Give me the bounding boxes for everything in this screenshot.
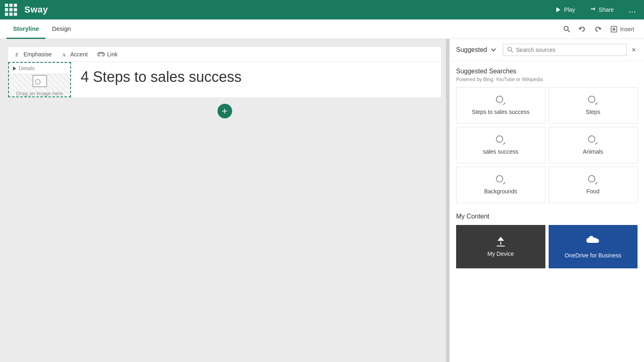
panel-content: Suggested Searches Powered by Bing, YouT… (450, 61, 644, 362)
panel-title: Suggested (456, 46, 487, 54)
suggestion-label-1: Steps (586, 109, 600, 115)
panel-chevron-icon[interactable] (491, 47, 496, 53)
main-layout: E Emphasise A Accent Link De (0, 39, 644, 362)
search-icon-backgrounds (496, 175, 506, 185)
suggestion-sales-success[interactable]: sales success (456, 127, 545, 163)
svg-text:E: E (15, 52, 19, 58)
suggested-title: Suggested Searches (456, 68, 638, 75)
search-icon-steps-to-sales (496, 96, 506, 105)
details-label: Details (19, 65, 35, 71)
image-placeholder-text: Drag an image here (16, 90, 63, 96)
add-button[interactable]: + (218, 104, 232, 118)
app-logo: Sway (21, 4, 51, 15)
accent-tool[interactable]: A Accent (61, 51, 88, 58)
image-icon (32, 75, 47, 87)
svg-marker-0 (556, 7, 560, 12)
right-panel: Suggested × Suggested Searches Powered b… (449, 39, 644, 362)
nav-bar: Storyline Design Insert (0, 19, 644, 39)
search-input[interactable] (516, 47, 622, 53)
my-device-label: My Device (487, 251, 514, 257)
details-triangle (13, 66, 16, 71)
suggestion-label-4: Backgrounds (484, 188, 517, 195)
svg-line-2 (568, 30, 570, 32)
search-box-icon (507, 47, 514, 53)
suggestion-animals[interactable]: Animals (549, 127, 638, 163)
upload-line (500, 242, 501, 245)
title-bar: Sway Play Share ... (0, 0, 644, 19)
tab-storyline[interactable]: Storyline (6, 19, 45, 39)
cloud-icon (586, 235, 600, 248)
svg-text:A: A (62, 52, 66, 58)
more-button[interactable]: ... (625, 3, 639, 17)
search-nav-button[interactable] (561, 23, 573, 35)
suggestion-label-3: Animals (583, 148, 603, 155)
search-icon-steps (588, 96, 598, 105)
search-icon-food (588, 175, 598, 185)
emphasise-tool[interactable]: E Emphasise (15, 51, 52, 58)
suggestion-label-5: Food (586, 188, 599, 195)
suggestion-steps[interactable]: Steps (549, 87, 638, 124)
title-bar-actions: Play Share ... (552, 3, 639, 17)
card-content (71, 62, 441, 97)
my-content-grid: My Device OneDrive for Business (456, 225, 638, 268)
search-icon-sales-success (496, 135, 506, 145)
insert-button[interactable]: Insert (607, 24, 638, 34)
add-btn-row: + (8, 104, 441, 118)
svg-point-1 (564, 26, 568, 30)
link-tool[interactable]: Link (97, 51, 118, 58)
insert-label: Insert (620, 26, 634, 32)
svg-line-9 (511, 51, 513, 53)
suggested-subtitle: Powered by Bing, YouTube or Wikipedia (456, 77, 638, 82)
search-box (503, 44, 627, 56)
image-placeholder[interactable]: Details Drag an image here (8, 62, 71, 97)
suggestion-label-0: Steps to sales success (472, 109, 530, 115)
onedrive-label: OneDrive for Business (564, 252, 621, 259)
undo-button[interactable] (576, 23, 588, 35)
suggestion-grid: Steps to sales success Steps sales succe… (456, 87, 638, 203)
upload-base (497, 246, 505, 246)
card-title-input[interactable] (81, 69, 431, 86)
suggestion-steps-to-sales[interactable]: Steps to sales success (456, 87, 545, 124)
play-button[interactable]: Play (552, 5, 578, 15)
card-toolbar: E Emphasise A Accent Link (8, 47, 441, 62)
panel-header: Suggested × (450, 39, 644, 61)
search-icon-animals (588, 135, 598, 145)
nav-actions: Insert (561, 23, 638, 35)
onedrive-button[interactable]: OneDrive for Business (549, 225, 638, 268)
my-content-title: My Content (456, 213, 638, 220)
details-header: Details (9, 63, 70, 74)
upload-icon (497, 237, 505, 246)
canvas-scrollbar[interactable] (446, 39, 449, 362)
suggestion-backgrounds[interactable]: Backgrounds (456, 167, 545, 203)
svg-point-8 (508, 47, 511, 51)
suggestion-label-2: sales success (483, 148, 518, 155)
suggestion-food[interactable]: Food (549, 167, 638, 203)
canvas-area[interactable]: E Emphasise A Accent Link De (0, 39, 449, 362)
redo-button[interactable] (592, 23, 604, 35)
panel-close-button[interactable]: × (630, 44, 638, 56)
app-grid-icon[interactable] (5, 4, 17, 16)
upload-arrow (498, 237, 504, 241)
tab-design[interactable]: Design (45, 19, 78, 39)
my-device-button[interactable]: My Device (456, 225, 545, 268)
share-button[interactable]: Share (586, 5, 617, 15)
